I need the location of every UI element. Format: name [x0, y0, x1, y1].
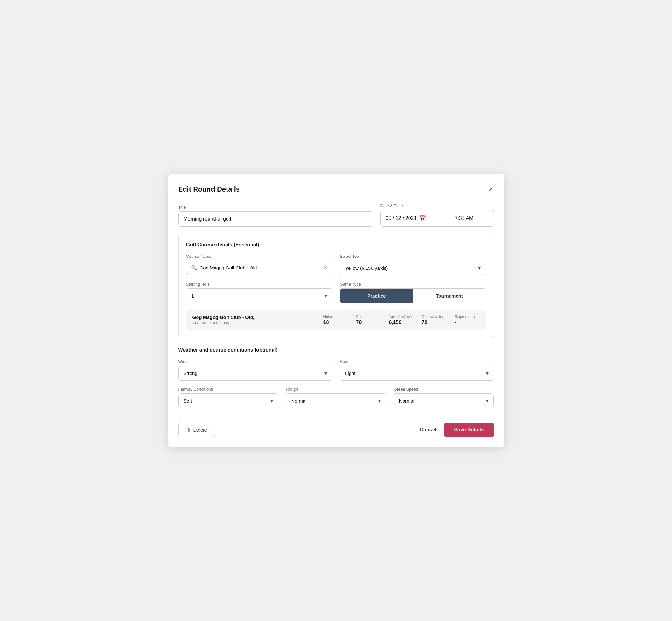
practice-button[interactable]: Practice [340, 289, 413, 303]
delete-button[interactable]: 🗑 Delete [178, 423, 215, 437]
course-info-name: Gog Magog Golf Club - Old, Shelford Bott… [193, 315, 316, 325]
rough-label: Rough [286, 387, 386, 391]
holes-stat: Holes 18 [323, 315, 349, 325]
yards-stat: Yards(Yellow) 6,156 [389, 315, 414, 325]
wind-rain-row: Wind Calm Light Moderate Strong Very Str… [178, 359, 494, 380]
modal-header: Edit Round Details × [178, 184, 494, 195]
rough-field: Rough Soft Normal Hard ▼ [286, 387, 386, 408]
tournament-button[interactable]: Tournament [413, 289, 486, 303]
select-tee-select[interactable]: Yellow (6,156 yards) [340, 261, 486, 276]
calendar-icon: 📅 [419, 215, 426, 222]
wind-select[interactable]: Calm Light Moderate Strong Very Strong [178, 366, 333, 380]
golf-course-title: Golf Course details (Essential) [186, 242, 486, 248]
modal-footer: 🗑 Delete Cancel Save Details [178, 417, 494, 437]
weather-title: Weather and course conditions (optional) [178, 347, 494, 353]
time-value: 7:31 AM [455, 215, 473, 221]
slope-rating-value: - [455, 320, 456, 325]
date-group: 05 / 12 / 2021 📅 7:31 AM [380, 210, 494, 226]
starting-hole-label: Starting Hole [186, 282, 333, 287]
par-label: Par [356, 315, 362, 319]
green-speed-label: Green Speed [394, 387, 494, 391]
yards-value: 6,156 [389, 320, 402, 325]
course-info-location: Shelford Bottom, UK [193, 321, 316, 325]
title-date-row: Title Date & Time 05 / 12 / 2021 📅 7:31 … [178, 204, 494, 226]
delete-label: Delete [194, 427, 207, 432]
course-tee-row: Course Name 🔍 ✕ Select Tee Yellow (6,156… [186, 254, 486, 276]
rough-select[interactable]: Soft Normal Hard [286, 394, 386, 408]
title-field-group: Title [178, 205, 373, 226]
rain-select[interactable]: None Light Moderate Heavy [340, 366, 494, 380]
holes-label: Holes [323, 315, 333, 319]
course-name-field: Course Name 🔍 ✕ [186, 254, 333, 276]
slope-rating-stat: Slope rating - [455, 315, 480, 325]
search-icon: 🔍 [191, 265, 197, 271]
date-value: 05 / 12 / 2021 [386, 215, 417, 221]
green-speed-select-wrapper: Slow Normal Fast Very Fast ▼ [394, 394, 494, 408]
weather-section: Weather and course conditions (optional)… [178, 347, 494, 408]
starting-hole-select[interactable]: 1 [186, 288, 333, 303]
fairway-field: Fairway Conditions Soft Normal Hard ▼ [178, 387, 279, 408]
course-info-row: Gog Magog Golf Club - Old, Shelford Bott… [186, 309, 486, 330]
clear-course-icon[interactable]: ✕ [323, 265, 328, 271]
date-input-box[interactable]: 05 / 12 / 2021 📅 [380, 210, 450, 226]
course-rating-label: Course rating [422, 315, 445, 319]
game-type-label: Game Type [340, 282, 486, 287]
course-rating-stat: Course rating 70 [422, 315, 447, 325]
wind-field: Wind Calm Light Moderate Strong Very Str… [178, 359, 333, 380]
game-type-field: Game Type Practice Tournament [340, 282, 486, 303]
course-name-input[interactable] [200, 265, 321, 271]
conditions-row: Fairway Conditions Soft Normal Hard ▼ Ro… [178, 387, 494, 408]
course-name-label: Course Name [186, 254, 333, 259]
wind-label: Wind [178, 359, 333, 364]
close-button[interactable]: × [488, 184, 494, 195]
rain-field: Rain None Light Moderate Heavy ▼ [340, 359, 494, 380]
yards-label: Yards(Yellow) [389, 315, 412, 319]
slope-rating-label: Slope rating [455, 315, 475, 319]
course-rating-value: 70 [422, 320, 427, 325]
green-speed-field: Green Speed Slow Normal Fast Very Fast ▼ [394, 387, 494, 408]
par-stat: Par 70 [356, 315, 381, 325]
fairway-label: Fairway Conditions [178, 387, 279, 391]
starting-hole-field: Starting Hole 1 ▼ [186, 282, 333, 303]
wind-select-wrapper: Calm Light Moderate Strong Very Strong ▼ [178, 366, 333, 380]
title-input[interactable] [178, 211, 373, 226]
green-speed-select[interactable]: Slow Normal Fast Very Fast [394, 394, 494, 408]
modal-title: Edit Round Details [178, 185, 240, 194]
fairway-select-wrapper: Soft Normal Hard ▼ [178, 394, 279, 408]
fairway-select[interactable]: Soft Normal Hard [178, 394, 279, 408]
datetime-label: Date & Time [380, 204, 494, 208]
title-label: Title [178, 205, 373, 210]
rain-label: Rain [340, 359, 494, 364]
save-button[interactable]: Save Details [444, 422, 494, 437]
game-type-toggle: Practice Tournament [340, 288, 486, 303]
trash-icon: 🗑 [186, 427, 191, 432]
holes-value: 18 [323, 320, 329, 325]
datetime-field-group: Date & Time 05 / 12 / 2021 📅 7:31 AM [380, 204, 494, 226]
course-name-input-wrapper[interactable]: 🔍 ✕ [186, 261, 333, 275]
rain-select-wrapper: None Light Moderate Heavy ▼ [340, 366, 494, 380]
footer-right: Cancel Save Details [420, 422, 494, 437]
edit-round-modal: Edit Round Details × Title Date & Time 0… [168, 174, 504, 447]
golf-course-section: Golf Course details (Essential) Course N… [178, 234, 494, 338]
time-input-box[interactable]: 7:31 AM [450, 210, 494, 226]
select-tee-wrapper: Yellow (6,156 yards) ▼ [340, 261, 486, 276]
select-tee-field: Select Tee Yellow (6,156 yards) ▼ [340, 254, 486, 276]
par-value: 70 [356, 320, 362, 325]
hole-gametype-row: Starting Hole 1 ▼ Game Type Practice Tou… [186, 282, 486, 303]
course-info-main-name: Gog Magog Golf Club - Old, [193, 315, 316, 320]
rough-select-wrapper: Soft Normal Hard ▼ [286, 394, 386, 408]
select-tee-label: Select Tee [340, 254, 486, 259]
cancel-button[interactable]: Cancel [420, 427, 436, 432]
starting-hole-wrapper: 1 ▼ [186, 288, 333, 303]
